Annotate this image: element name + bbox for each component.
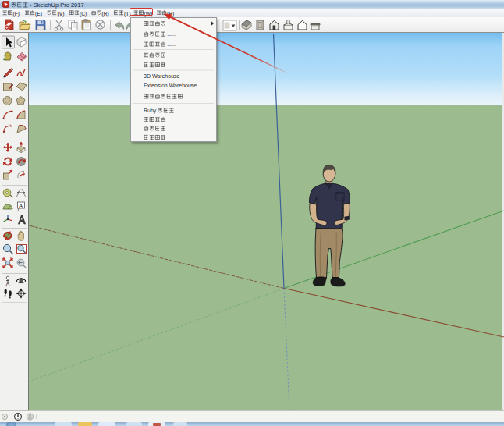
svg-text:(E): (E) [35,11,42,17]
svg-text:(F): (F) [13,11,20,17]
svg-text:(V): (V) [58,11,65,17]
svg-text:- SketchUp Pro 2017: - SketchUp Pro 2017 [30,2,84,9]
svg-text:Ruby: Ruby [144,108,157,114]
svg-text:(R): (R) [102,11,109,17]
svg-text:(C): (C) [80,11,87,17]
svg-text:A: A [19,203,23,208]
svg-text:Extension Warehouse: Extension Warehouse [144,83,197,88]
